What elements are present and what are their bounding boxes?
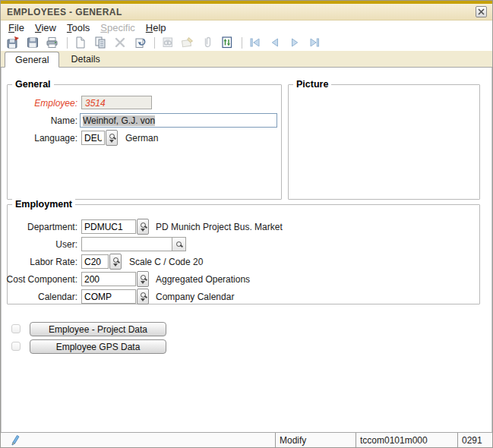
labor-rate-browse-button[interactable] <box>109 254 122 270</box>
calendar-input[interactable] <box>81 289 136 304</box>
general-group: General Employee: 3514 Name: Weinhof, G.… <box>7 84 282 200</box>
dropdown-arrow-icon <box>109 140 114 143</box>
department-input[interactable] <box>81 219 136 234</box>
status-session-code: tccom0101m000 <box>356 433 457 447</box>
labor-rate-description: Scale C / Code 20 <box>129 257 203 267</box>
language-label: Language: <box>34 133 77 144</box>
project-data-checkbox <box>11 324 21 333</box>
refresh-icon[interactable] <box>220 36 234 49</box>
titlebar: EMPLOYEES - GENERAL <box>1 4 492 21</box>
user-label: User: <box>55 239 77 250</box>
close-icon <box>478 8 485 15</box>
name-label: Name: <box>51 115 77 126</box>
tab-details[interactable]: Details <box>59 52 111 67</box>
language-browse-button[interactable] <box>106 130 118 146</box>
menu-specific: Specific <box>95 21 141 34</box>
last-record-icon <box>308 36 321 49</box>
menu-help[interactable]: Help <box>141 21 172 34</box>
language-description: German <box>125 133 158 144</box>
menu-bar: File View Tools Specific Help <box>1 21 492 34</box>
toolbar-separator <box>67 37 68 49</box>
window-title: EMPLOYEES - GENERAL <box>7 7 122 17</box>
employment-group-title: Employment <box>12 199 75 210</box>
close-button[interactable] <box>476 6 487 17</box>
save-icon[interactable] <box>26 36 40 49</box>
revert-icon[interactable] <box>133 36 147 49</box>
employee-label: Employee: <box>34 98 77 109</box>
picture-group: Picture <box>288 84 480 200</box>
magnifier-icon <box>109 134 115 139</box>
dropdown-arrow-icon <box>113 263 118 267</box>
find-icon <box>161 36 175 49</box>
picture-group-title: Picture <box>293 79 331 90</box>
calendar-description: Company Calendar <box>156 292 234 302</box>
general-group-title: General <box>12 79 54 90</box>
form-content: General Employee: 3514 Name: Weinhof, G.… <box>1 68 492 432</box>
calendar-label: Calendar: <box>38 292 77 302</box>
cost-component-browse-button[interactable] <box>137 271 149 287</box>
calendar-browse-button[interactable] <box>137 289 149 304</box>
dropdown-arrow-icon <box>141 298 145 301</box>
menu-view[interactable]: View <box>30 21 62 34</box>
print-icon[interactable] <box>46 36 59 49</box>
next-record-icon <box>288 36 302 49</box>
status-mode: Modify <box>275 433 356 447</box>
magnifier-icon <box>141 292 146 298</box>
name-input[interactable]: Weinhof, G.J. von <box>80 113 277 128</box>
employee-field: 3514 <box>81 96 152 109</box>
tab-general[interactable]: General <box>5 52 59 68</box>
department-description: PD Munich Project Bus. Market <box>156 222 283 232</box>
first-record-icon <box>248 36 262 49</box>
pencil-icon <box>10 434 21 446</box>
status-left-section <box>1 433 275 447</box>
attachment-icon <box>201 36 214 49</box>
employment-group: Employment Department: PD Munich Project… <box>7 204 480 304</box>
magnifier-icon <box>141 222 146 228</box>
toolbar-separator <box>154 37 155 49</box>
employee-project-data-button[interactable]: Employee - Project Data <box>30 322 166 336</box>
magnifier-icon <box>176 241 182 247</box>
previous-record-icon <box>268 36 282 49</box>
cost-component-input[interactable] <box>81 272 136 286</box>
gps-data-checkbox <box>11 342 21 351</box>
user-input[interactable] <box>81 237 172 251</box>
employee-gps-data-button[interactable]: Employee GPS Data <box>30 339 166 354</box>
user-browse-button[interactable] <box>172 237 186 251</box>
labor-rate-label: Labor Rate: <box>30 257 77 267</box>
menu-tools[interactable]: Tools <box>62 21 95 34</box>
app-window: EMPLOYEES - GENERAL File View Tools Spec… <box>0 0 493 448</box>
magnifier-icon <box>141 275 146 280</box>
cost-component-description: Aggregated Operations <box>156 274 250 285</box>
toolbar-separator <box>242 37 242 49</box>
magnifier-icon <box>113 257 119 263</box>
menu-file[interactable]: File <box>3 21 30 34</box>
department-label: Department: <box>27 222 77 232</box>
cost-component-label: Cost Component: <box>7 274 77 285</box>
tab-strip: General Details <box>1 51 492 68</box>
dropdown-arrow-icon <box>141 229 145 232</box>
new-record-icon[interactable] <box>74 36 87 49</box>
name-selected-text: Weinhof, G.J. von <box>83 115 155 126</box>
delete-record-icon <box>113 36 127 49</box>
copy-record-icon[interactable] <box>93 36 107 49</box>
language-input[interactable] <box>81 131 105 145</box>
status-bar: Modify tccom0101m000 0291 <box>1 432 492 447</box>
department-browse-button[interactable] <box>137 219 149 235</box>
save-exit-icon[interactable] <box>6 36 20 49</box>
dropdown-arrow-icon <box>141 281 145 284</box>
status-company-number: 0291 <box>457 433 492 447</box>
labor-rate-input[interactable] <box>81 254 109 269</box>
edit-note-icon <box>181 36 194 49</box>
toolbar <box>1 34 492 51</box>
